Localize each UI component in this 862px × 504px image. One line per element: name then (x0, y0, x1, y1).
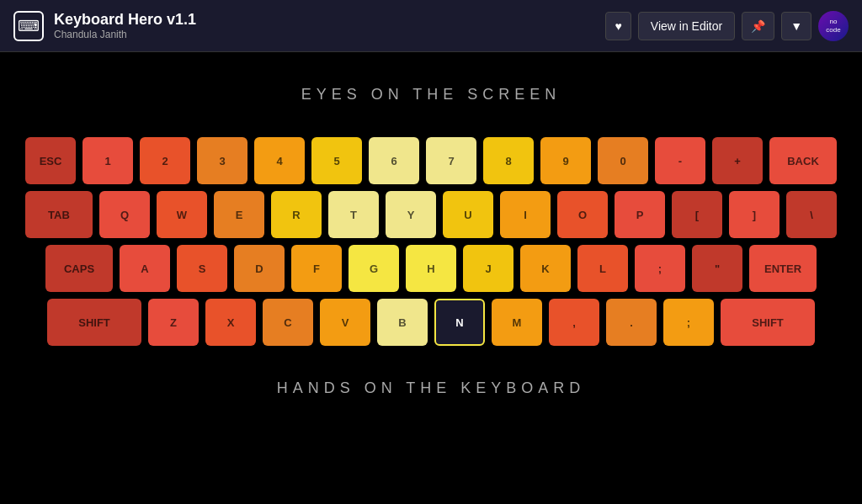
key-back-0-13[interactable]: BACK (769, 137, 837, 184)
pin-button[interactable]: 📌 (742, 12, 774, 40)
key-row-2: CAPSASDFGHJKL;"ENTER (25, 245, 837, 292)
key-x-3-2[interactable]: X (205, 299, 256, 346)
app-title: Keyboard Hero v1.1 (54, 11, 196, 29)
key-a-2-1[interactable]: A (120, 245, 170, 292)
key-o-1-9[interactable]: O (557, 191, 608, 238)
key-d-2-3[interactable]: D (234, 245, 285, 292)
dropdown-button[interactable]: ▼ (781, 12, 811, 40)
key-esc-0-0[interactable]: ESC (25, 137, 76, 184)
key-i-1-8[interactable]: I (500, 191, 551, 238)
header-right: ♥ View in Editor 📌 ▼ nocode (605, 11, 849, 41)
key-z-3-1[interactable]: Z (148, 299, 199, 346)
key-u-1-7[interactable]: U (443, 191, 493, 238)
key-shift-3-0[interactable]: SHIFT (47, 299, 141, 346)
app-logo-icon: ⌨ (13, 11, 44, 41)
key-q-1-1[interactable]: Q (99, 191, 150, 238)
key-r-1-4[interactable]: R (271, 191, 322, 238)
key---0-12[interactable]: + (712, 137, 763, 184)
app-info: Keyboard Hero v1.1 Chandula Janith (54, 11, 196, 40)
key-l-2-9[interactable]: L (577, 245, 628, 292)
avatar-button[interactable]: nocode (818, 11, 849, 41)
like-button[interactable]: ♥ (605, 12, 631, 40)
key---3-9[interactable]: . (606, 299, 657, 346)
key-2-0-2[interactable]: 2 (140, 137, 190, 184)
key-9-0-9[interactable]: 9 (540, 137, 591, 184)
key---3-8[interactable]: , (549, 299, 599, 346)
key-k-2-8[interactable]: K (520, 245, 571, 292)
key---1-11[interactable]: [ (672, 191, 722, 238)
key-7-0-7[interactable]: 7 (426, 137, 476, 184)
key-8-0-8[interactable]: 8 (483, 137, 534, 184)
key-h-2-6[interactable]: H (406, 245, 456, 292)
main-content: EYES ON THE SCREEN ESC1234567890-+BACKTA… (0, 52, 862, 397)
key---1-13[interactable]: \ (786, 191, 837, 238)
key---1-12[interactable]: ] (729, 191, 780, 238)
key-shift-3-11[interactable]: SHIFT (721, 299, 815, 346)
key-c-3-3[interactable]: C (263, 299, 313, 346)
key-g-2-5[interactable]: G (349, 245, 399, 292)
app-author: Chandula Janith (54, 29, 196, 40)
key-caps-2-0[interactable]: CAPS (45, 245, 113, 292)
key-4-0-4[interactable]: 4 (254, 137, 305, 184)
key---2-10[interactable]: ; (635, 245, 685, 292)
key-p-1-10[interactable]: P (615, 191, 665, 238)
key-f-2-4[interactable]: F (291, 245, 342, 292)
tagline-top: EYES ON THE SCREEN (301, 86, 561, 103)
key-b-3-5[interactable]: B (377, 299, 428, 346)
key-t-1-5[interactable]: T (328, 191, 379, 238)
key-6-0-6[interactable]: 6 (369, 137, 419, 184)
key-e-1-3[interactable]: E (214, 191, 264, 238)
key-tab-1-0[interactable]: TAB (25, 191, 93, 238)
key-y-1-6[interactable]: Y (386, 191, 436, 238)
header-left: ⌨ Keyboard Hero v1.1 Chandula Janith (13, 11, 196, 41)
key-w-1-2[interactable]: W (157, 191, 207, 238)
tagline-bottom: HANDS ON THE KEYBOARD (277, 379, 586, 397)
key-3-0-3[interactable]: 3 (197, 137, 247, 184)
key-n-3-6[interactable]: N (434, 299, 485, 346)
key-j-2-7[interactable]: J (463, 245, 513, 292)
key-row-0: ESC1234567890-+BACK (25, 137, 837, 184)
key---0-11[interactable]: - (655, 137, 705, 184)
key-m-3-7[interactable]: M (492, 299, 542, 346)
key-1-0-1[interactable]: 1 (82, 137, 133, 184)
key-v-3-4[interactable]: V (320, 299, 370, 346)
header: ⌨ Keyboard Hero v1.1 Chandula Janith ♥ V… (0, 0, 862, 52)
key---2-11[interactable]: " (692, 245, 742, 292)
keyboard: ESC1234567890-+BACKTABQWERTYUIOP[]\CAPSA… (17, 129, 845, 354)
key-s-2-2[interactable]: S (177, 245, 227, 292)
key-0-0-10[interactable]: 0 (598, 137, 648, 184)
key-enter-2-12[interactable]: ENTER (749, 245, 817, 292)
key---3-10[interactable]: ; (663, 299, 714, 346)
key-5-0-5[interactable]: 5 (311, 137, 362, 184)
key-row-3: SHIFTZXCVBNM,.;SHIFT (25, 299, 837, 346)
key-row-1: TABQWERTYUIOP[]\ (25, 191, 837, 238)
view-in-editor-button[interactable]: View in Editor (638, 12, 735, 40)
